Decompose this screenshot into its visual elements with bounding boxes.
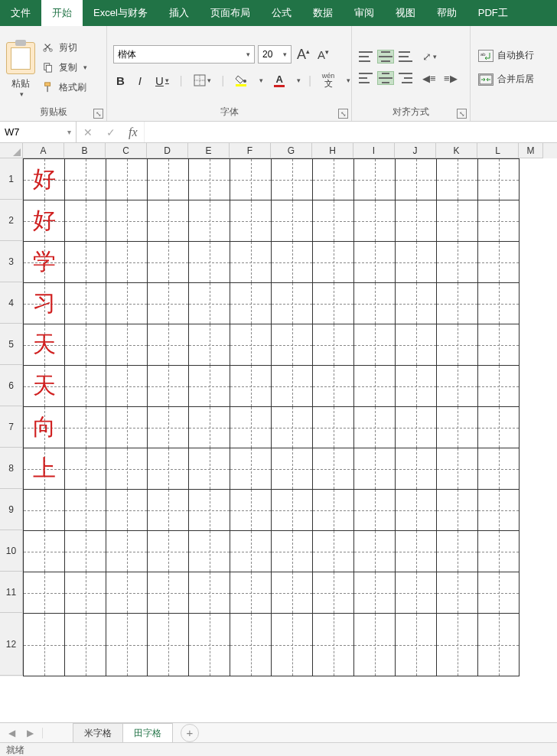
font-color-button[interactable]: A [271,73,288,89]
sheet-nav-next[interactable]: ▶ [27,728,34,738]
row-header-3[interactable]: 3 [0,241,23,282]
cell[interactable] [437,283,478,324]
cell[interactable] [189,324,230,366]
cell[interactable] [437,159,478,200]
orientation-button[interactable]: ⤢▾ [422,51,439,63]
cell[interactable] [396,614,437,676]
cell[interactable] [437,242,478,283]
cell[interactable] [230,490,272,531]
col-header-D[interactable]: D [147,143,188,158]
cell[interactable] [478,366,520,407]
cell[interactable] [189,531,230,572]
cell[interactable] [313,200,354,242]
cell[interactable] [65,242,106,283]
menu-review[interactable]: 审阅 [344,0,385,26]
cell[interactable] [478,448,520,490]
cell[interactable] [437,531,478,572]
font-color-dropdown[interactable]: ▾ [297,77,301,84]
fill-color-dropdown[interactable]: ▾ [259,77,263,84]
row-7[interactable]: 2 [0,200,23,241]
cell[interactable] [313,490,354,531]
cell[interactable] [313,572,354,614]
cell[interactable] [106,324,148,366]
font-name-select[interactable]: 楷体 ▾ [113,45,255,64]
cell[interactable] [396,366,437,407]
cell[interactable] [354,283,396,324]
sheet-tab-mizige[interactable]: 米字格 [73,723,123,743]
cell[interactable] [478,200,520,242]
cell[interactable] [230,448,272,490]
fx-button[interactable]: fx [122,125,144,139]
cell-A4[interactable]: 习 [24,283,65,324]
phonetic-dropdown[interactable]: ▾ [347,77,350,84]
cell[interactable] [148,200,189,242]
cell[interactable] [189,407,230,448]
clipboard-launcher[interactable]: ⤡ [93,109,103,119]
cell[interactable] [189,159,230,200]
col-header-L[interactable]: L [477,143,519,158]
row-header-9[interactable]: 9 [0,489,23,530]
cell-A5[interactable]: 天 [24,324,65,366]
cell[interactable] [272,159,313,200]
cell[interactable] [24,531,65,572]
cell[interactable] [230,283,272,324]
menu-view[interactable]: 视图 [385,0,426,26]
wrap-text-button[interactable]: ab 自动换行 [477,47,536,64]
cell[interactable] [354,490,396,531]
row-header-6[interactable]: 6 [0,365,23,406]
cell[interactable] [148,531,189,572]
font-size-select[interactable]: 20 ▾ [258,45,292,64]
cell[interactable] [272,490,313,531]
menu-formulas[interactable]: 公式 [261,0,302,26]
cell[interactable] [437,572,478,614]
fill-color-button[interactable] [232,73,250,88]
cell[interactable] [478,531,520,572]
decrease-indent-button[interactable]: ◀≡ [422,72,439,84]
cell[interactable] [354,159,396,200]
col-header-B[interactable]: B [64,143,106,158]
cell[interactable] [148,614,189,676]
cell[interactable] [313,324,354,366]
cell[interactable] [354,572,396,614]
cell[interactable] [396,242,437,283]
col-header-M[interactable]: M [519,143,543,158]
cell[interactable] [437,448,478,490]
cell[interactable] [189,448,230,490]
cell[interactable] [106,531,148,572]
cell[interactable] [65,614,106,676]
align-bottom-button[interactable] [398,51,413,63]
cell[interactable] [396,572,437,614]
align-left-button[interactable] [358,72,373,84]
cell[interactable] [148,366,189,407]
alignment-launcher[interactable]: ⤡ [457,109,467,119]
cell[interactable] [313,407,354,448]
cell[interactable] [396,283,437,324]
cell[interactable] [272,242,313,283]
cell-A8[interactable]: 上 [24,448,65,490]
format-painter-button[interactable]: 格式刷 [40,80,90,96]
select-all-corner[interactable] [0,143,23,158]
cell[interactable] [272,448,313,490]
bold-button[interactable]: B [113,73,128,89]
cell[interactable] [478,159,520,200]
cell[interactable] [272,200,313,242]
menu-home[interactable]: 开始 [41,0,83,26]
cell[interactable] [189,242,230,283]
underline-button[interactable]: U▾ [152,73,172,89]
col-header-G[interactable]: G [271,143,312,158]
cell[interactable] [396,490,437,531]
cell[interactable] [272,531,313,572]
cell[interactable] [354,531,396,572]
cell[interactable] [65,324,106,366]
cell[interactable] [148,283,189,324]
cell[interactable] [354,200,396,242]
cell[interactable] [106,407,148,448]
cell[interactable] [65,283,106,324]
cell[interactable] [478,242,520,283]
clipboard-icon[interactable] [6,42,35,74]
copy-button[interactable]: 复制 ▾ [40,60,90,76]
cell-A2[interactable]: 好 [24,200,65,242]
italic-button[interactable]: I [135,73,145,89]
row-header-1[interactable]: 1 [0,158,23,200]
row-header-8[interactable]: 8 [0,448,23,489]
